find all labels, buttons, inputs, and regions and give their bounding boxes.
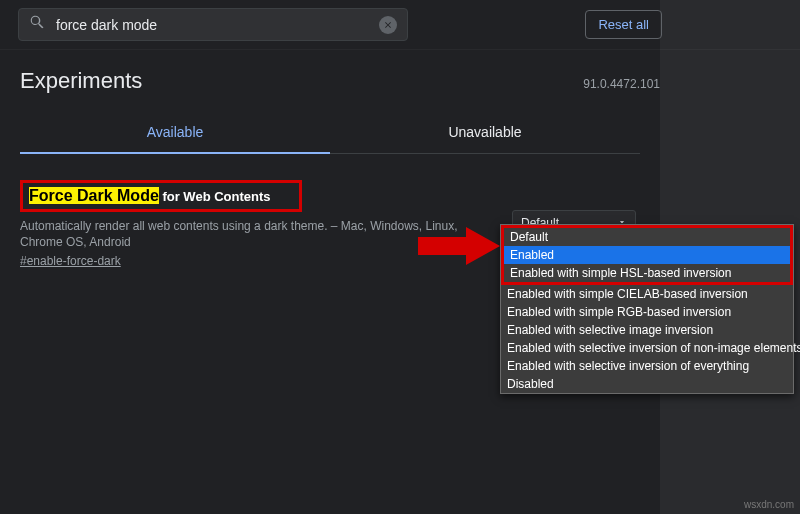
flag-title-highlight: Force Dark Mode [29,187,159,204]
option-enabled[interactable]: Enabled [501,246,793,264]
clear-search-icon[interactable] [379,16,397,34]
flag-select-dropdown[interactable]: Default Enabled Enabled with simple HSL-… [500,224,794,394]
tab-available[interactable]: Available [20,114,330,154]
reset-all-button[interactable]: Reset all [585,10,662,39]
option-hsl[interactable]: Enabled with simple HSL-based inversion [501,264,793,285]
tabs: Available Unavailable [20,114,640,154]
topbar: Reset all [0,0,800,50]
annotation-arrow [418,227,500,265]
tab-unavailable[interactable]: Unavailable [330,114,640,154]
watermark: wsxdn.com [744,499,794,510]
svg-marker-0 [418,227,500,265]
search-box[interactable] [18,8,408,41]
option-disabled[interactable]: Disabled [501,375,793,393]
annotation-red-box: Force Dark Mode for Web Contents [20,180,302,212]
flag-tag-link[interactable]: #enable-force-dark [20,254,121,268]
option-default[interactable]: Default [501,225,793,246]
option-sel-nonimage[interactable]: Enabled with selective inversion of non-… [501,339,793,357]
page-title: Experiments [20,68,142,94]
option-rgb[interactable]: Enabled with simple RGB-based inversion [501,303,793,321]
option-cielab[interactable]: Enabled with simple CIELAB-based inversi… [501,285,793,303]
option-sel-everything[interactable]: Enabled with selective inversion of ever… [501,357,793,375]
option-sel-image[interactable]: Enabled with selective image inversion [501,321,793,339]
version-label: 91.0.4472.101 [583,77,660,91]
flag-title-rest: for Web Contents [159,189,271,204]
flag-description: Automatically render all web contents us… [20,218,470,250]
search-icon [29,14,46,35]
search-input[interactable] [54,16,371,34]
